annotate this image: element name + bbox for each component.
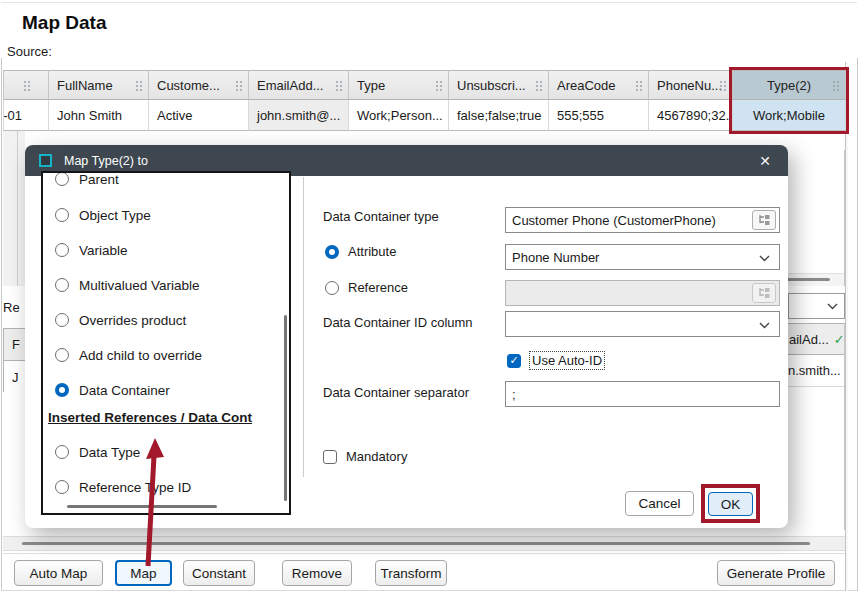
page-title: Map Data <box>22 12 106 34</box>
cell-areacode[interactable]: 555;555 <box>549 100 649 131</box>
map-type2-dialog: Map Type(2) to ✕ Parent Object Type Vari… <box>25 145 788 528</box>
cell-emailaddress[interactable]: john.smith@... <box>249 100 349 131</box>
map-target-listbox[interactable]: Parent Object Type Variable Multivalued … <box>41 171 291 515</box>
radio-selected-icon <box>55 383 69 397</box>
dc-separator-field[interactable]: ; <box>505 381 780 407</box>
mandatory-checkbox[interactable]: Mandatory <box>323 449 407 464</box>
column-header-type[interactable]: Type <box>349 70 449 100</box>
window-border-right <box>857 58 858 591</box>
toolbar-separator <box>3 553 845 554</box>
result-view-dropdown[interactable] <box>788 293 845 319</box>
cell-text: 0-01 <box>3 108 22 123</box>
option-data-type[interactable]: Data Type <box>43 435 287 469</box>
panel-hscrollbar-thumb[interactable] <box>782 278 830 281</box>
option-data-container[interactable]: Data Container <box>43 373 287 407</box>
cell-customerstatus[interactable]: Active <box>149 100 249 131</box>
radio-icon <box>55 243 69 257</box>
option-add-child-to-override[interactable]: Add child to override <box>43 338 287 372</box>
mapping-panel-left-fragment <box>3 131 25 286</box>
dc-separator-label: Data Container separator <box>323 385 469 400</box>
result-column-header[interactable]: F <box>4 329 25 361</box>
column-header-fullname[interactable]: FullName <box>49 70 149 100</box>
cell-text: john.smith@... <box>257 108 340 123</box>
column-header-label: Unsubscri... <box>457 78 526 93</box>
attribute-dropdown[interactable]: Phone Number <box>505 244 780 270</box>
drag-handle-icon <box>336 81 338 83</box>
option-label: Add child to override <box>79 348 202 363</box>
reference-radio[interactable]: Reference <box>325 280 408 295</box>
radio-selected-icon <box>325 245 339 259</box>
result-table-row[interactable]: J <box>4 361 25 393</box>
column-header-phonenumber[interactable]: PhoneNu... <box>649 70 733 100</box>
radio-icon <box>55 208 69 222</box>
drag-handle-icon <box>236 81 238 83</box>
cell-rowid[interactable]: 0-01 <box>3 100 49 131</box>
tree-icon <box>758 287 771 299</box>
column-header-unsubscribed[interactable]: Unsubscri... <box>449 70 549 100</box>
constant-button[interactable]: Constant <box>183 560 255 586</box>
mandatory-label: Mandatory <box>346 449 407 464</box>
option-variable[interactable]: Variable <box>43 233 287 267</box>
cancel-button[interactable]: Cancel <box>625 491 694 516</box>
window-border-bottom <box>1 590 857 591</box>
reference-field <box>505 280 780 306</box>
use-auto-id-checkbox[interactable]: ✓ Use Auto-ID <box>507 352 604 369</box>
radio-icon <box>55 172 69 186</box>
tree-picker-button-disabled <box>752 283 776 303</box>
result-table-right-fragment: ailAd... ✓ n.smith... <box>778 323 845 530</box>
drag-handle-icon <box>636 81 638 83</box>
window-border-left <box>1 58 2 591</box>
option-label: Multivalued Variable <box>79 278 200 293</box>
cell-phonenumber[interactable]: 4567890;32... <box>649 100 733 131</box>
option-label: Parent <box>79 172 119 187</box>
column-header-rowhandle[interactable] <box>3 70 49 100</box>
column-header-customerstatus[interactable]: Custome... <box>149 70 249 100</box>
field-value: ; <box>512 387 516 402</box>
option-parent[interactable]: Parent <box>43 171 287 196</box>
radio-icon <box>55 480 69 494</box>
field-value: Phone Number <box>512 250 599 265</box>
option-reference-type-id[interactable]: Reference Type ID <box>43 470 287 504</box>
mapping-panel-right-fragment <box>778 150 845 286</box>
option-multivalued-variable[interactable]: Multivalued Variable <box>43 268 287 302</box>
option-label: Reference Type ID <box>79 480 191 495</box>
cell-fullname[interactable]: John Smith <box>49 100 149 131</box>
close-icon[interactable]: ✕ <box>750 145 780 176</box>
attribute-label: Attribute <box>348 244 396 259</box>
radio-icon <box>55 445 69 459</box>
radio-icon <box>55 278 69 292</box>
result-table-left-fragment: F J <box>3 328 25 392</box>
annotation-box-ok-button <box>701 484 760 523</box>
cell-text: false;false;true <box>457 108 542 123</box>
drag-handle-icon <box>720 81 722 83</box>
header-text: ailAd... <box>789 332 829 347</box>
dc-id-column-dropdown[interactable] <box>505 311 780 337</box>
chevron-down-icon <box>759 255 770 262</box>
attribute-radio[interactable]: Attribute <box>325 244 396 259</box>
column-header-label: Type <box>357 78 385 93</box>
cell-text: n.smith... <box>788 363 841 378</box>
listbox-vscrollbar-thumb[interactable] <box>284 315 287 501</box>
cell-text: 555;555 <box>557 108 604 123</box>
map-button[interactable]: Map <box>115 560 172 586</box>
reference-label: Reference <box>348 280 408 295</box>
option-label: Data Type <box>79 445 140 460</box>
transform-button[interactable]: Transform <box>375 560 447 586</box>
cell-unsubscribed[interactable]: false;false;true <box>449 100 549 131</box>
chevron-down-icon <box>827 303 838 310</box>
column-header-emailaddress[interactable]: EmailAdd... <box>249 70 349 100</box>
drag-handle-icon <box>536 81 538 83</box>
listbox-hscrollbar-thumb[interactable] <box>67 505 217 508</box>
dc-type-field[interactable]: Customer Phone (CustomerPhone) <box>505 207 780 233</box>
checkbox-checked-icon: ✓ <box>507 354 521 368</box>
auto-map-button[interactable]: Auto Map <box>14 560 103 586</box>
cell-type[interactable]: Work;Person... <box>349 100 449 131</box>
generate-profile-button[interactable]: Generate Profile <box>717 560 835 586</box>
option-object-type[interactable]: Object Type <box>43 198 287 232</box>
main-hscrollbar-thumb[interactable] <box>22 542 810 545</box>
tree-picker-button[interactable] <box>752 210 776 230</box>
remove-button[interactable]: Remove <box>282 560 352 586</box>
option-overrides-product[interactable]: Overrides product <box>43 303 287 337</box>
column-header-areacode[interactable]: AreaCode <box>549 70 649 100</box>
dialog-title: Map Type(2) to <box>64 154 148 168</box>
